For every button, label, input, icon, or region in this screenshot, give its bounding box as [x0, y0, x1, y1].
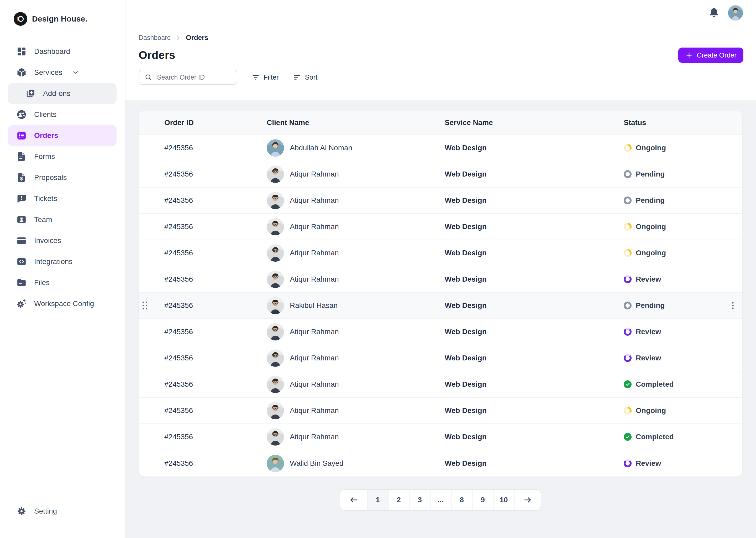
order-id-cell: #245356 [164, 433, 267, 441]
table-row[interactable]: #245356 Atiqur Rahman Web Design Pending [139, 161, 742, 188]
sidebar-divider [0, 318, 125, 318]
user-avatar[interactable] [728, 5, 743, 21]
filter-lines-icon [252, 73, 260, 81]
main-area: Dashboard Orders Orders Create Order F [125, 0, 756, 538]
breadcrumb-dashboard-link[interactable]: Dashboard [139, 34, 170, 41]
sort-button[interactable]: Sort [293, 73, 318, 81]
status-label: Pending [636, 170, 665, 178]
client-cell: Atiqur Rahman [267, 244, 445, 262]
prev-page-button[interactable] [340, 490, 367, 510]
client-avatar [267, 297, 284, 314]
client-name: Atiqur Rahman [290, 380, 339, 389]
notifications-bell-icon[interactable] [708, 7, 720, 19]
status-label: Completed [636, 433, 674, 441]
client-avatar [267, 139, 284, 157]
sidebar-item-services[interactable]: Services [8, 62, 117, 83]
sidebar-item-orders[interactable]: Orders [8, 125, 117, 146]
status-review-icon [624, 328, 632, 336]
page-button-8[interactable]: 8 [451, 490, 472, 510]
sidebar-item-label: Dashboard [34, 47, 70, 56]
search-input[interactable] [156, 73, 231, 82]
breadcrumb: Dashboard Orders [139, 34, 743, 42]
integrations-code-icon [16, 256, 27, 267]
sidebar-item-add-ons[interactable]: Add-ons [8, 83, 117, 104]
client-cell: Walid Bin Sayed [267, 455, 445, 472]
sidebar-item-files[interactable]: Files [8, 272, 117, 293]
sidebar-item-label: Clients [34, 110, 57, 119]
order-id-cell: #245356 [164, 459, 267, 467]
sidebar-item-label: Team [34, 215, 52, 224]
table-row[interactable]: #245356 Atiqur Rahman Web Design Review [139, 266, 742, 293]
client-avatar [267, 271, 284, 288]
status-cell: Ongoing [624, 223, 742, 231]
topbar [125, 0, 756, 26]
client-cell: Atiqur Rahman [267, 402, 445, 419]
sidebar-item-integrations[interactable]: Integrations [8, 251, 117, 272]
create-order-button[interactable]: Create Order [678, 48, 743, 63]
status-pending-icon [624, 301, 632, 309]
table-row[interactable]: #245356 Atiqur Rahman Web Design Review [139, 319, 742, 345]
client-cell: Atiqur Rahman [267, 218, 445, 235]
sidebar-item-workspace-config[interactable]: Workspace Config [8, 293, 117, 314]
order-id-cell: #245356 [164, 170, 267, 178]
next-page-button[interactable] [514, 490, 541, 510]
client-avatar [267, 166, 284, 183]
table-row[interactable]: #245356 Atiqur Rahman Web Design Ongoing [139, 398, 742, 424]
status-completed-icon [624, 433, 632, 441]
title-row: Orders Create Order [139, 48, 743, 63]
row-menu-icon[interactable] [729, 301, 737, 310]
sidebar-item-team[interactable]: Team [8, 209, 117, 230]
table-row[interactable]: #245356 Atiqur Rahman Web Design Review [139, 345, 742, 371]
table-row[interactable]: #245356 Atiqur Rahman Web Design Ongoing [139, 214, 742, 240]
page-button-9[interactable]: 9 [472, 490, 493, 510]
sidebar-item-clients[interactable]: Clients [8, 104, 117, 125]
sidebar-item-setting[interactable]: Setting [8, 501, 117, 522]
proposals-file-dollar-icon: $ [16, 172, 27, 183]
search-icon [144, 73, 152, 81]
clients-users-icon [16, 109, 27, 120]
filter-label: Filter [263, 73, 279, 81]
table-row[interactable]: #245356 Rakibul Hasan Web Design Pending [139, 293, 742, 319]
sidebar-item-proposals[interactable]: $Proposals [8, 167, 117, 188]
sidebar-item-forms[interactable]: Forms [8, 146, 117, 167]
sidebar-item-label: Integrations [34, 257, 72, 266]
orders-table: Order IDClient NameService NameStatus #2… [139, 111, 742, 476]
page-button-2[interactable]: 2 [388, 490, 409, 510]
page-ellipsis[interactable]: ... [430, 490, 451, 510]
table-row[interactable]: #245356 Walid Bin Sayed Web Design Revie… [139, 450, 742, 476]
drag-handle-icon[interactable] [141, 300, 149, 311]
status-cell: Pending [624, 170, 742, 178]
client-avatar [267, 402, 284, 419]
search-box[interactable] [139, 70, 237, 85]
sidebar-item-dashboard[interactable]: Dashboard [8, 41, 117, 62]
filter-button[interactable]: Filter [252, 73, 279, 81]
service-cell: Web Design [445, 249, 624, 257]
table-row[interactable]: #245356 Abdullah Al Noman Web Design Ong… [139, 135, 742, 161]
sidebar-item-invoices[interactable]: Invoices [8, 230, 117, 251]
status-label: Ongoing [636, 223, 666, 231]
page-button-3[interactable]: 3 [409, 490, 430, 510]
status-cell: Review [624, 275, 742, 284]
page-button-1[interactable]: 1 [367, 490, 388, 510]
orders-list-icon [16, 130, 27, 141]
order-id-cell: #245356 [164, 328, 267, 336]
sidebar-item-tickets[interactable]: Tickets [8, 188, 117, 209]
table-row[interactable]: #245356 Atiqur Rahman Web Design Pending [139, 188, 742, 214]
plus-icon [685, 51, 693, 59]
order-id-cell: #245356 [164, 196, 267, 205]
client-cell: Atiqur Rahman [267, 376, 445, 393]
table-row[interactable]: #245356 Atiqur Rahman Web Design Complet… [139, 424, 742, 450]
client-cell: Rakibul Hasan [267, 297, 445, 314]
service-cell: Web Design [445, 144, 624, 152]
forms-file-icon [16, 151, 27, 162]
page-button-10[interactable]: 10 [493, 490, 514, 510]
order-id-cell: #245356 [164, 406, 267, 415]
table-row[interactable]: #245356 Atiqur Rahman Web Design Complet… [139, 371, 742, 398]
status-cell: Completed [624, 433, 742, 441]
client-cell: Atiqur Rahman [267, 323, 445, 341]
status-label: Review [636, 459, 661, 467]
sidebar-item-label: Proposals [34, 173, 67, 182]
service-cell: Web Design [445, 275, 624, 284]
table-row[interactable]: #245356 Atiqur Rahman Web Design Ongoing [139, 240, 742, 266]
status-label: Review [636, 354, 661, 362]
